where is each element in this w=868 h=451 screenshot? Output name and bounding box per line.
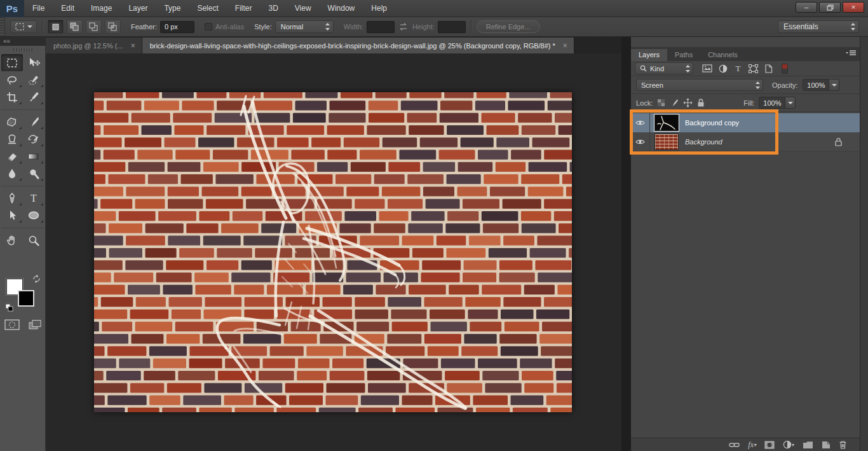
eye-icon[interactable]: [635, 120, 645, 126]
photoshop-window: Ps File Edit Image Layer Type Select Fil…: [0, 0, 868, 451]
swap-dimensions-icon[interactable]: [398, 23, 409, 31]
layer-name[interactable]: Background: [685, 138, 722, 146]
rectangular-marquee-tool[interactable]: [1, 54, 23, 71]
zoom-tool[interactable]: [23, 232, 44, 249]
anti-alias-checkbox[interactable]: [205, 23, 212, 31]
filter-shape-layers-icon[interactable]: [749, 64, 758, 73]
new-layer-icon[interactable]: [822, 441, 831, 449]
menu-item-3d[interactable]: 3D: [260, 0, 286, 17]
document-tab-photo[interactable]: photo.jpg @ 12.5% (... ×: [46, 38, 142, 53]
filter-smart-objects-icon[interactable]: [764, 64, 773, 73]
delete-layer-icon[interactable]: [839, 440, 847, 449]
blend-mode-dropdown[interactable]: Screen: [636, 79, 763, 91]
clone-stamp-tool[interactable]: [1, 130, 23, 148]
lasso-tool[interactable]: [1, 71, 23, 88]
subtract-from-selection-button[interactable]: [86, 20, 102, 34]
lock-position-icon[interactable]: [683, 98, 693, 108]
history-brush-tool[interactable]: [23, 130, 44, 148]
menu-item-edit[interactable]: Edit: [53, 0, 83, 17]
tools-panel-grip[interactable]: [13, 48, 32, 52]
layer-filtering-toggle[interactable]: [782, 64, 788, 74]
height-input[interactable]: [438, 21, 466, 33]
kind-filter-dropdown[interactable]: Kind: [635, 62, 693, 74]
lock-transparency-icon[interactable]: [657, 99, 665, 107]
close-tab-icon[interactable]: ×: [130, 41, 137, 50]
default-colors-icon[interactable]: [5, 303, 14, 314]
new-group-icon[interactable]: [803, 441, 813, 449]
layer-row-background-copy[interactable]: Background copy: [631, 113, 860, 132]
menu-item-select[interactable]: Select: [189, 0, 226, 17]
canvas[interactable]: [94, 92, 572, 412]
background-color-swatch[interactable]: [18, 290, 34, 307]
menu-item-file[interactable]: File: [24, 0, 53, 17]
feather-input[interactable]: [160, 21, 194, 33]
path-selection-tool[interactable]: [1, 207, 23, 224]
layer-name[interactable]: Background copy: [685, 119, 739, 127]
menu-item-help[interactable]: Help: [363, 0, 395, 17]
lock-pixels-icon[interactable]: [670, 99, 679, 108]
add-to-selection-button[interactable]: [67, 20, 83, 34]
intersect-selection-button[interactable]: [105, 20, 121, 34]
eyedropper-tool[interactable]: [23, 88, 44, 106]
tab-layers[interactable]: Layers: [631, 49, 667, 61]
tools-collapse-strip[interactable]: ««: [0, 37, 46, 46]
eraser-tool[interactable]: [1, 148, 23, 165]
layer-thumbnail[interactable]: [654, 134, 679, 150]
healing-patch-tool[interactable]: [1, 113, 23, 130]
restore-button[interactable]: [819, 2, 841, 13]
menu-item-layer[interactable]: Layer: [120, 0, 156, 17]
new-adjustment-layer-icon[interactable]: ▾: [783, 440, 794, 449]
menu-item-window[interactable]: Window: [320, 0, 363, 17]
crop-tool[interactable]: [1, 88, 23, 106]
close-tab-icon[interactable]: ×: [562, 41, 569, 50]
tab-channels[interactable]: Channels: [700, 49, 745, 61]
refine-edge-button[interactable]: Refine Edge...: [477, 20, 540, 33]
filter-type-layers-icon[interactable]: T: [734, 64, 742, 73]
close-button[interactable]: ×: [843, 2, 864, 13]
eye-icon[interactable]: [635, 139, 645, 145]
workspace-dropdown[interactable]: Essentials: [778, 20, 859, 33]
fill-dropdown-icon[interactable]: [785, 97, 796, 109]
new-selection-button[interactable]: [48, 20, 64, 34]
visibility-cell[interactable]: [631, 113, 650, 132]
type-tool[interactable]: T: [23, 190, 44, 207]
add-layer-mask-icon[interactable]: [764, 441, 775, 449]
dock-divider[interactable]: [621, 37, 631, 451]
menu-item-image[interactable]: Image: [83, 0, 120, 17]
gradient-tool[interactable]: [23, 148, 44, 165]
move-tool[interactable]: [23, 54, 44, 71]
menu-item-view[interactable]: View: [287, 0, 320, 17]
tab-paths[interactable]: Paths: [667, 49, 700, 61]
filter-adjustment-layers-icon[interactable]: [719, 64, 728, 73]
style-value: Normal: [281, 23, 303, 31]
screen-mode-button[interactable]: [28, 319, 42, 332]
brush-tool[interactable]: [23, 113, 44, 130]
blur-tool[interactable]: [1, 165, 23, 182]
swap-colors-icon[interactable]: [32, 275, 41, 285]
quick-selection-tool[interactable]: [23, 71, 44, 88]
width-input[interactable]: [367, 21, 395, 33]
filter-pixel-layers-icon[interactable]: [702, 64, 712, 73]
fill-control[interactable]: 100%: [759, 97, 796, 109]
quick-mask-mode-button[interactable]: [4, 319, 20, 332]
opacity-control[interactable]: 100%: [803, 79, 839, 91]
options-bar-grip[interactable]: [0, 17, 5, 36]
panel-menu-icon[interactable]: [846, 50, 856, 59]
tool-preset-picker[interactable]: [10, 20, 37, 33]
menu-item-filter[interactable]: Filter: [227, 0, 261, 17]
pen-tool[interactable]: [1, 190, 23, 207]
minimize-button[interactable]: –: [796, 2, 817, 13]
document-tab-brick[interactable]: brick-design-wall-living-space-with-high…: [142, 38, 574, 53]
layer-styles-icon[interactable]: fx▾: [748, 440, 756, 450]
ellipse-shape-tool[interactable]: [23, 207, 44, 224]
menu-item-type[interactable]: Type: [156, 0, 189, 17]
lock-all-icon[interactable]: [697, 98, 705, 108]
dodge-tool[interactable]: [23, 165, 44, 182]
layer-thumbnail[interactable]: [654, 114, 679, 131]
style-dropdown[interactable]: Normal: [275, 20, 334, 33]
layer-row-background[interactable]: Background: [631, 132, 860, 151]
hand-tool[interactable]: [1, 232, 23, 249]
visibility-cell[interactable]: [631, 132, 650, 151]
link-layers-icon[interactable]: [729, 442, 740, 448]
opacity-dropdown-icon[interactable]: [829, 79, 839, 91]
